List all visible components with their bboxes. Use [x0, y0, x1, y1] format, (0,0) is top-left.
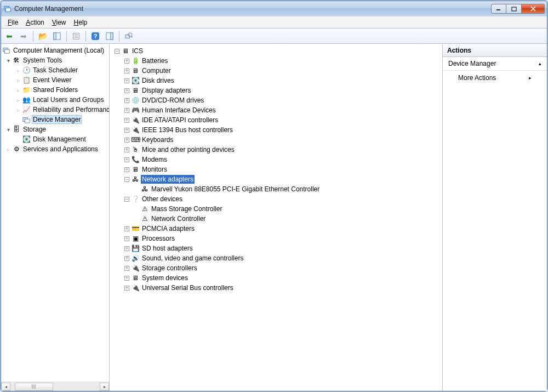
device-node-usb[interactable]: +🔌Universal Serial Bus controllers: [110, 283, 442, 293]
device-node-marvell[interactable]: 🖧Marvell Yukon 88E8055 PCI-E Gigabit Eth…: [110, 184, 442, 194]
collapse-section-icon[interactable]: ▴: [539, 61, 541, 66]
tree-node-reliability[interactable]: ▹ 📈 Reliability and Performance: [1, 105, 109, 115]
device-node-keyboards[interactable]: +⌨Keyboards: [110, 135, 442, 145]
action-pane-button[interactable]: [104, 30, 116, 42]
device-node-batteries[interactable]: +🔋Batteries: [110, 56, 442, 66]
device-node-network-controller[interactable]: ⚠Network Controller: [110, 214, 442, 224]
titlebar[interactable]: Computer Management: [1, 1, 547, 16]
device-node-sound[interactable]: +🔊Sound, video and game controllers: [110, 253, 442, 263]
menu-file[interactable]: File: [4, 18, 21, 27]
clock-icon: 🕑: [22, 66, 31, 75]
expand-icon[interactable]: ▹: [14, 96, 22, 104]
expand-box-icon[interactable]: +: [124, 167, 129, 172]
action-pane-icon: [106, 32, 113, 40]
node-label: Disk Management: [32, 135, 87, 144]
device-node-display[interactable]: +🖥Display adapters: [110, 86, 442, 95]
expand-box-icon[interactable]: +: [124, 246, 129, 251]
expand-icon[interactable]: ▹: [14, 86, 22, 94]
tree-node-event-viewer[interactable]: ▹ 📋 Event Viewer: [1, 75, 109, 85]
show-hide-tree-button[interactable]: [51, 30, 63, 42]
tree-node-services-apps[interactable]: ▹ ⚙ Services and Applications: [1, 144, 109, 154]
collapse-box-icon[interactable]: −: [115, 49, 119, 54]
expand-box-icon[interactable]: +: [124, 266, 129, 271]
menu-help[interactable]: Help: [71, 18, 91, 27]
close-button[interactable]: [522, 4, 545, 14]
scroll-thumb[interactable]: [15, 383, 53, 391]
expand-box-icon[interactable]: +: [124, 276, 129, 281]
expand-box-icon[interactable]: +: [124, 236, 129, 241]
device-node-network-adapters[interactable]: −🖧Network adapters: [110, 174, 442, 184]
scan-hardware-button[interactable]: [123, 30, 135, 42]
tree-node-storage[interactable]: ▾ 🗄 Storage: [1, 124, 109, 134]
expand-icon[interactable]: ▹: [14, 106, 22, 113]
minimize-button[interactable]: [491, 4, 506, 14]
expand-box-icon[interactable]: +: [124, 138, 129, 143]
tree-node-device-manager[interactable]: Device Manager: [1, 115, 109, 124]
expand-box-icon[interactable]: +: [124, 128, 129, 133]
node-label: Batteries: [141, 56, 169, 65]
collapse-icon[interactable]: ▾: [4, 126, 12, 133]
up-button[interactable]: 📂: [37, 30, 49, 42]
collapse-icon[interactable]: ▾: [4, 56, 12, 64]
scroll-left-button[interactable]: ◂: [1, 383, 10, 391]
left-horizontal-scrollbar[interactable]: ◂ ▸: [1, 382, 109, 391]
forward-button[interactable]: ➡: [18, 30, 30, 42]
device-node-hid[interactable]: +🎮Human Interface Devices: [110, 105, 442, 115]
display-icon: 🖥: [131, 86, 140, 95]
collapse-box-icon[interactable]: −: [124, 177, 129, 182]
device-node-computer[interactable]: +🖥Computer: [110, 66, 442, 76]
expand-box-icon[interactable]: +: [124, 286, 129, 291]
maximize-button[interactable]: [506, 4, 522, 14]
menu-action[interactable]: Action: [22, 18, 47, 27]
actions-item-more[interactable]: More Actions ▸: [443, 71, 547, 85]
actions-pane: Actions Device Manager ▴ More Actions ▸: [443, 44, 547, 391]
expand-box-icon[interactable]: +: [124, 88, 129, 93]
expand-box-icon[interactable]: +: [124, 59, 129, 64]
tree-node-shared-folders[interactable]: ▹ 📁 Shared Folders: [1, 85, 109, 95]
device-node-ide[interactable]: +🔌IDE ATA/ATAPI controllers: [110, 115, 442, 125]
tree-node-disk-management[interactable]: 💽 Disk Management: [1, 134, 109, 144]
back-button[interactable]: ⬅: [3, 30, 15, 42]
expand-icon[interactable]: ▹: [14, 66, 22, 74]
help-button[interactable]: ?: [89, 30, 101, 42]
device-node-storage-ctrl[interactable]: +🔌Storage controllers: [110, 263, 442, 273]
expand-box-icon[interactable]: +: [124, 98, 129, 103]
device-node-other-devices[interactable]: −❔Other devices: [110, 194, 442, 204]
expand-box-icon[interactable]: +: [124, 108, 129, 113]
expand-box-icon[interactable]: +: [124, 226, 129, 231]
tree-node-local-users[interactable]: ▹ 👥 Local Users and Groups: [1, 95, 109, 105]
node-label: Modems: [141, 155, 168, 164]
properties-button[interactable]: [70, 30, 82, 42]
scroll-track[interactable]: [10, 383, 100, 391]
device-tree[interactable]: −🖥ICS +🔋Batteries +🖥Computer +💽Disk driv…: [110, 44, 442, 391]
other-icon: ❔: [131, 195, 140, 203]
tree-node-system-tools[interactable]: ▾ 🛠 System Tools: [1, 55, 109, 65]
tree-node-task-scheduler[interactable]: ▹ 🕑 Task Scheduler: [1, 65, 109, 75]
collapse-box-icon[interactable]: −: [124, 197, 129, 202]
expand-box-icon[interactable]: +: [124, 118, 129, 123]
device-node-system-devices[interactable]: +🖥System devices: [110, 273, 442, 283]
expand-box-icon[interactable]: +: [124, 256, 129, 261]
scroll-right-button[interactable]: ▸: [100, 383, 109, 391]
device-node-disk-drives[interactable]: +💽Disk drives: [110, 76, 442, 86]
actions-section[interactable]: Device Manager ▴: [443, 57, 547, 71]
expand-box-icon[interactable]: +: [124, 78, 129, 83]
menu-view[interactable]: View: [49, 18, 70, 27]
scope-tree[interactable]: Computer Management (Local) ▾ 🛠 System T…: [1, 44, 109, 382]
device-node-sd[interactable]: +💾SD host adapters: [110, 243, 442, 253]
expand-box-icon[interactable]: +: [124, 69, 129, 73]
tree-node-root[interactable]: Computer Management (Local): [1, 46, 109, 55]
device-node-root[interactable]: −🖥ICS: [110, 46, 442, 56]
expand-icon[interactable]: ▹: [14, 76, 22, 84]
device-node-mass-storage[interactable]: ⚠Mass Storage Controller: [110, 204, 442, 214]
device-node-ieee1394[interactable]: +🔌IEEE 1394 Bus host controllers: [110, 125, 442, 135]
expand-box-icon[interactable]: +: [124, 157, 129, 162]
expand-icon[interactable]: ▹: [4, 145, 12, 153]
device-node-processors[interactable]: +▣Processors: [110, 234, 442, 243]
device-node-dvd[interactable]: +💿DVD/CD-ROM drives: [110, 95, 442, 105]
device-node-modems[interactable]: +📞Modems: [110, 155, 442, 164]
expand-box-icon[interactable]: +: [124, 147, 129, 152]
device-node-monitors[interactable]: +🖥Monitors: [110, 164, 442, 174]
device-node-pcmcia[interactable]: +💳PCMCIA adapters: [110, 224, 442, 234]
device-node-mice[interactable]: +🖱Mice and other pointing devices: [110, 145, 442, 155]
